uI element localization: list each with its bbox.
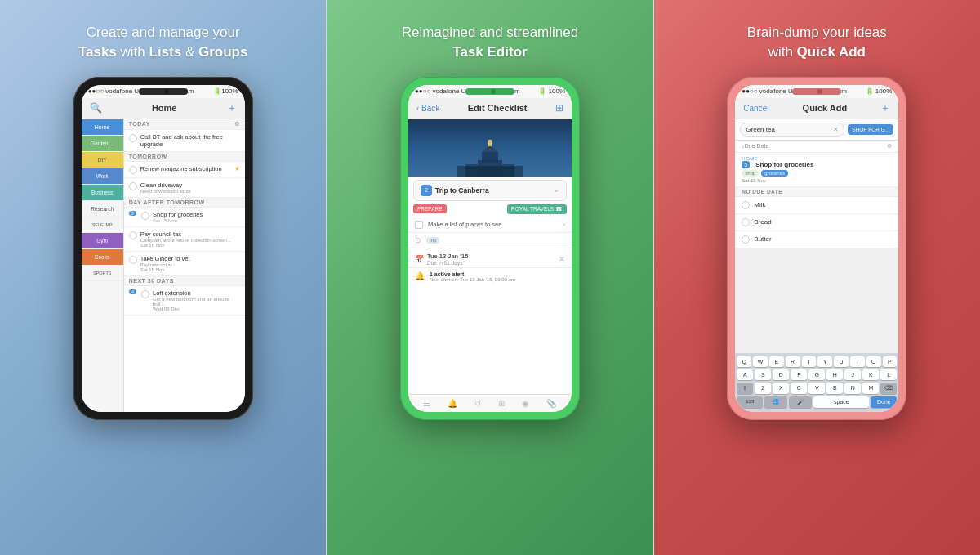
tag-shop: shop — [742, 170, 759, 177]
calendar-icon: 📅 — [415, 255, 424, 263]
bell-icon[interactable]: 🔔 — [448, 399, 457, 408]
sidebar-item-selfimprove[interactable]: SELF IMP — [82, 217, 123, 233]
key-M[interactable]: M — [862, 383, 879, 394]
task-milk[interactable]: Milk — [735, 197, 898, 214]
clear-input-icon[interactable]: ✕ — [833, 126, 839, 133]
key-K[interactable]: K — [862, 369, 879, 380]
key-I[interactable]: I — [850, 356, 865, 367]
task-clean-driveway[interactable]: Clean driveway Need powerwash liquid — [124, 178, 245, 198]
task-circle — [129, 134, 137, 142]
add-icon-1[interactable]: ＋ — [227, 101, 237, 115]
location-icon[interactable]: ◉ — [522, 399, 529, 408]
key-Q[interactable]: Q — [737, 356, 751, 367]
key-D[interactable]: D — [773, 369, 789, 380]
task-loft[interactable]: 4 Loft extension Get a new bedroom and a… — [124, 286, 245, 316]
task-bread[interactable]: Bread — [735, 214, 898, 231]
trip-tag[interactable]: trip — [426, 237, 439, 244]
key-P[interactable]: P — [883, 356, 898, 367]
list-icon[interactable]: ☰ — [423, 399, 430, 408]
keyboard-row-2: A S D F G H J K L — [737, 369, 897, 380]
task-card-canberra[interactable]: 2 Trip to Canberra ⌄ — [413, 180, 567, 201]
result-date: Sat 15 Nov — [742, 178, 892, 183]
key-space[interactable]: space — [813, 396, 869, 408]
task-groceries[interactable]: 2 Shop for groceries Sat 15 Nov — [124, 208, 245, 227]
key-T[interactable]: T — [802, 356, 817, 367]
circle-bread — [742, 218, 750, 226]
gear-icon-3[interactable]: ⚙ — [887, 143, 892, 150]
grid-icon[interactable]: ⊞ — [498, 399, 505, 408]
checklist-row-places[interactable]: Make a list of places to see › — [408, 217, 572, 233]
shop-for-btn[interactable]: SHOP FOR G... — [848, 124, 893, 135]
section-day-after: DAY AFTER TOMORROW — [124, 198, 245, 208]
key-W[interactable]: W — [753, 356, 768, 367]
key-C[interactable]: C — [791, 383, 807, 394]
key-B[interactable]: B — [826, 383, 843, 394]
sidebar-item-research[interactable]: Research — [82, 201, 123, 217]
battery-3: 🔋 100% — [866, 87, 893, 95]
camera-1 — [164, 89, 169, 94]
key-delete[interactable]: ⌫ — [880, 383, 897, 394]
section-tomorrow: TOMORROW — [124, 152, 245, 162]
sidebar-item-gardening[interactable]: Gardeni... — [82, 136, 123, 152]
task-magazine[interactable]: Renew magazine subscription ★ — [124, 162, 245, 178]
checklist-icon[interactable]: ⊞ — [555, 102, 564, 114]
sidebar-item-gym[interactable]: Gym — [82, 233, 123, 249]
checkbox-places[interactable] — [415, 221, 423, 229]
clear-date-icon[interactable]: ✕ — [559, 255, 565, 263]
attach-icon[interactable]: 📎 — [546, 399, 556, 408]
phone-top-bar-1 — [139, 88, 188, 95]
result-num: 5 — [742, 161, 750, 168]
key-mic[interactable]: 🎤 — [789, 396, 812, 408]
search-icon-1[interactable]: 🔍 — [90, 102, 102, 114]
screen3-body: Green tea ✕ SHOP FOR G... ↓Due Date ⚙ HO… — [735, 119, 898, 412]
key-L[interactable]: L — [880, 369, 897, 380]
key-A[interactable]: A — [737, 369, 753, 380]
key-J[interactable]: J — [844, 369, 861, 380]
royal-badge: ROYAL TRAVELS ☎ — [507, 204, 567, 214]
prepare-badge: PREPARE — [413, 204, 447, 213]
key-Y[interactable]: Y — [817, 356, 832, 367]
chevron-icon: ⌄ — [554, 186, 559, 194]
key-H[interactable]: H — [826, 369, 843, 380]
phone-top-bar-3 — [792, 88, 841, 95]
key-R[interactable]: R — [786, 356, 800, 367]
key-123[interactable]: 123 — [737, 396, 763, 408]
key-shift[interactable]: ⇧ — [737, 383, 753, 394]
key-O[interactable]: O — [866, 356, 881, 367]
svg-rect-5 — [488, 140, 492, 146]
key-Z[interactable]: Z — [755, 383, 771, 394]
add-icon-3[interactable]: ＋ — [880, 101, 890, 115]
settings-icon[interactable]: ⚙ — [234, 121, 240, 128]
date-row: 📅 Tue 13 Jan '15 Due in 61 days ✕ — [408, 248, 572, 267]
repeat-icon[interactable]: ↺ — [474, 399, 481, 408]
task-council-tax[interactable]: Pay council tax Complain about refuse co… — [124, 227, 245, 252]
key-X[interactable]: X — [773, 383, 789, 394]
task-result-item[interactable]: HOME 5 Shop for groceries shop groceries… — [735, 153, 898, 187]
sidebar-item-books[interactable]: Books — [82, 249, 123, 266]
sidebar-item-diy[interactable]: DIY — [82, 152, 123, 168]
due-date-row: ↓Due Date ⚙ — [735, 141, 898, 153]
key-V[interactable]: V — [808, 383, 825, 394]
nav-bar-2: ‹ Back Edit Checklist ⊞ — [408, 98, 572, 119]
key-globe[interactable]: 🌐 — [764, 396, 787, 408]
key-E[interactable]: E — [769, 356, 784, 367]
back-btn[interactable]: ‹ Back — [416, 104, 439, 113]
sidebar-item-business[interactable]: Business — [82, 185, 123, 201]
sidebar-item-work[interactable]: Work — [82, 168, 123, 185]
key-G[interactable]: G — [808, 369, 825, 380]
camera-2 — [491, 89, 496, 94]
cancel-btn[interactable]: Cancel — [743, 104, 768, 113]
key-F[interactable]: F — [791, 369, 807, 380]
task-call-bt[interactable]: Call BT and ask about the free upgrade — [124, 130, 245, 152]
quickadd-field[interactable]: Green tea ✕ — [740, 123, 844, 137]
task-butter[interactable]: Butter — [735, 231, 898, 248]
key-S[interactable]: S — [755, 369, 771, 380]
screen-3: ●●○○ vodafone UK ✦ 9:13 am 🔋 100% Cancel… — [735, 85, 898, 412]
task-vet[interactable]: Take Ginger to vet Buy new collar Sat 15… — [124, 252, 245, 276]
key-N[interactable]: N — [844, 383, 861, 394]
key-U[interactable]: U — [834, 356, 849, 367]
sidebar-item-sports[interactable]: SPORTS — [82, 266, 123, 281]
sidebar-item-home[interactable]: Home — [82, 119, 123, 136]
battery-1: 🔋100% — [213, 87, 238, 95]
key-done[interactable]: Done — [871, 396, 897, 408]
